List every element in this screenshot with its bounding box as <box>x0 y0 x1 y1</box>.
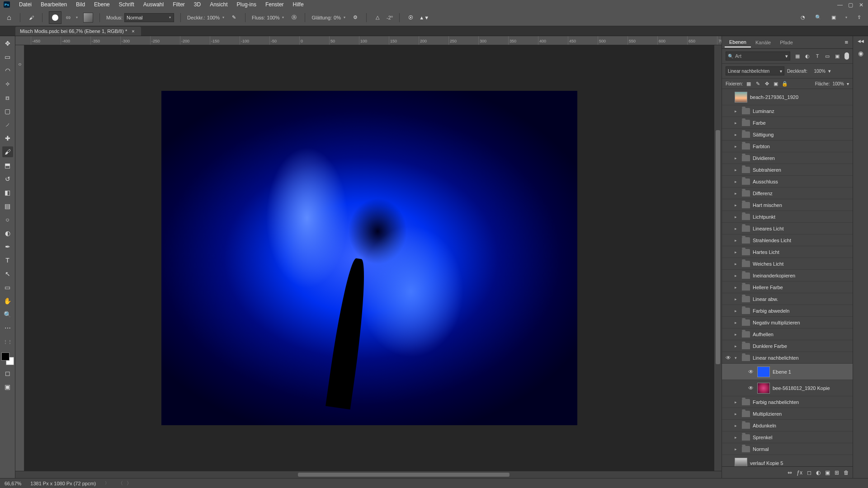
layer-name[interactable]: Linear abw. <box>753 296 778 302</box>
menu-hilfe[interactable]: Hilfe <box>288 0 308 9</box>
visibility-icon[interactable] <box>725 108 732 115</box>
layer-name[interactable]: Farbton <box>753 144 770 149</box>
chevron-right-icon[interactable]: ▸ <box>735 285 739 290</box>
visibility-icon[interactable] <box>725 422 732 429</box>
chevron-down-icon[interactable]: ▾ <box>847 81 849 86</box>
layer-item[interactable]: verlauf Kopie 5 <box>722 455 853 466</box>
layer-name[interactable]: Linear nachbelichten <box>753 355 799 361</box>
layer-name[interactable]: Strahlendes Licht <box>753 238 791 243</box>
layer-thumbnail[interactable] <box>735 92 747 103</box>
chevron-right-icon[interactable]: ▸ <box>735 226 739 231</box>
layer-folder[interactable]: ▸Dividieren <box>722 152 853 164</box>
smoothing-value[interactable]: 0% <box>334 15 341 20</box>
layer-name[interactable]: Lichtpunkt <box>753 214 775 220</box>
layer-folder[interactable]: ▸Negativ multiplizieren <box>722 317 853 328</box>
lock-artboard-icon[interactable]: ▣ <box>773 80 779 87</box>
chevron-down-icon[interactable]: ▾ <box>281 15 285 19</box>
opacity-value[interactable]: 100% <box>207 15 220 20</box>
menu-plug-ins[interactable]: Plug-ins <box>232 0 261 9</box>
chevron-right-icon[interactable]: ▸ <box>735 344 739 348</box>
layer-folder[interactable]: ▸Differenz <box>722 188 853 199</box>
chevron-right-icon[interactable]: ▸ <box>735 447 739 451</box>
layer-folder[interactable]: ▸Farbig nachbelichten <box>722 396 853 408</box>
expand-panels-icon[interactable]: ◀◀ <box>858 39 864 43</box>
marquee-tool[interactable]: ▭ <box>2 52 13 62</box>
chevron-right-icon[interactable]: ▸ <box>735 297 739 301</box>
history-brush-tool[interactable]: ↺ <box>2 174 13 184</box>
eraser-tool[interactable]: ◧ <box>2 187 13 198</box>
layer-folder[interactable]: ▸Sprenkel <box>722 432 853 443</box>
hand-tool[interactable]: ✋ <box>2 296 13 306</box>
chevron-right-icon[interactable]: ▸ <box>735 309 739 313</box>
visibility-icon[interactable] <box>725 249 732 256</box>
visibility-icon[interactable] <box>725 131 732 138</box>
nav-next-icon[interactable]: 〉 <box>127 480 132 487</box>
move-tool[interactable]: ✥ <box>2 38 13 49</box>
chevron-right-icon[interactable]: ▸ <box>735 156 739 160</box>
stamp-tool[interactable]: ⬒ <box>2 160 13 171</box>
smoothing-options-icon[interactable]: ⚙ <box>351 13 360 22</box>
layer-blend-mode-select[interactable]: Linear nachbelichten▾ <box>726 66 784 75</box>
visibility-icon[interactable] <box>725 260 732 267</box>
delete-layer-icon[interactable]: 🗑 <box>844 469 849 476</box>
menu-bild[interactable]: Bild <box>71 0 90 9</box>
layer-folder[interactable]: ▸Aufhellen <box>722 328 853 340</box>
layer-folder[interactable]: ▸Sättigung <box>722 129 853 141</box>
adjustment-layer-icon[interactable]: ◐ <box>816 469 821 476</box>
layer-name[interactable]: Differenz <box>753 191 773 196</box>
document-image[interactable] <box>161 91 577 425</box>
maximize-icon[interactable]: ▢ <box>848 2 854 7</box>
healing-tool[interactable]: ✚ <box>2 133 13 144</box>
layer-name[interactable]: Aufhellen <box>753 332 774 337</box>
layer-name[interactable]: Hellere Farbe <box>753 285 783 290</box>
frame-tool[interactable]: ▢ <box>2 106 13 117</box>
layer-name[interactable]: Abdunkeln <box>753 423 776 428</box>
visibility-icon[interactable] <box>725 399 732 406</box>
zoom-tool[interactable]: 🔍 <box>2 309 13 320</box>
layer-folder[interactable]: ▸Farbe <box>722 117 853 129</box>
layer-folder[interactable]: ▸Normal <box>722 443 853 455</box>
chevron-down-icon[interactable]: ▾ <box>828 68 831 74</box>
pen-tool[interactable]: ✒ <box>2 241 13 252</box>
brush-panel-icon[interactable] <box>83 13 93 23</box>
symmetry-icon[interactable]: ▲▼ <box>420 13 429 22</box>
edit-toolbar-icon[interactable]: ⋮⋮ <box>2 336 13 347</box>
layer-folder[interactable]: ▸Strahlendes Licht <box>722 235 853 246</box>
shape-tool[interactable]: ▭ <box>2 282 13 293</box>
layer-name[interactable]: Ausschluss <box>753 179 778 184</box>
visibility-icon[interactable] <box>725 446 732 453</box>
flow-value[interactable]: 100% <box>267 15 279 20</box>
layer-folder[interactable]: ▸Hartes Licht <box>722 246 853 258</box>
layer-folder[interactable]: ▸Ausschluss <box>722 176 853 188</box>
layer-folder[interactable]: 👁▾Linear nachbelichten <box>722 352 853 364</box>
airbrush-icon[interactable]: ⓐ <box>289 13 298 22</box>
layer-name[interactable]: Negativ multiplizieren <box>753 320 800 325</box>
layer-name[interactable]: Sättigung <box>753 132 774 137</box>
layer-item[interactable]: beach-2179361_1920 <box>722 89 853 105</box>
layer-name[interactable]: bee-5618012_1920 Kopie <box>773 385 830 391</box>
layer-item[interactable]: 👁Ebene 1 <box>722 364 853 380</box>
layer-name[interactable]: Farbe <box>753 120 766 126</box>
layer-name[interactable]: Luminanz <box>753 108 774 114</box>
chevron-right-icon[interactable]: ▸ <box>735 262 739 266</box>
lasso-tool[interactable]: ◠ <box>2 65 13 76</box>
layer-list[interactable]: beach-2179361_1920▸Luminanz▸Farbe▸Sättig… <box>722 89 853 466</box>
menu-ebene[interactable]: Ebene <box>90 0 114 9</box>
layer-mask-icon[interactable]: ◻ <box>807 469 811 476</box>
layer-name[interactable]: Dividieren <box>753 155 775 161</box>
canvas[interactable] <box>24 45 714 471</box>
tool-preset-icon[interactable]: 🖌 <box>27 13 36 22</box>
visibility-icon[interactable] <box>725 460 732 467</box>
ruler-vertical[interactable]: 0 <box>15 45 24 471</box>
chevron-right-icon[interactable]: ▸ <box>735 191 739 196</box>
visibility-icon[interactable] <box>725 331 732 338</box>
layer-item[interactable]: 👁bee-5618012_1920 Kopie <box>722 380 853 396</box>
filter-pixel-icon[interactable]: ▦ <box>794 52 801 60</box>
lock-brush-icon[interactable]: ✎ <box>755 80 761 87</box>
layer-name[interactable]: Ineinanderkopieren <box>753 273 795 278</box>
blur-tool[interactable]: ○ <box>2 214 13 225</box>
layer-name[interactable]: beach-2179361_1920 <box>750 94 798 100</box>
document-info[interactable]: 1381 Px x 1080 Px (72 ppcm) <box>30 481 96 486</box>
screenmode-icon[interactable]: ▣ <box>2 381 13 392</box>
layer-name[interactable]: Farbig abwedeln <box>753 308 789 314</box>
